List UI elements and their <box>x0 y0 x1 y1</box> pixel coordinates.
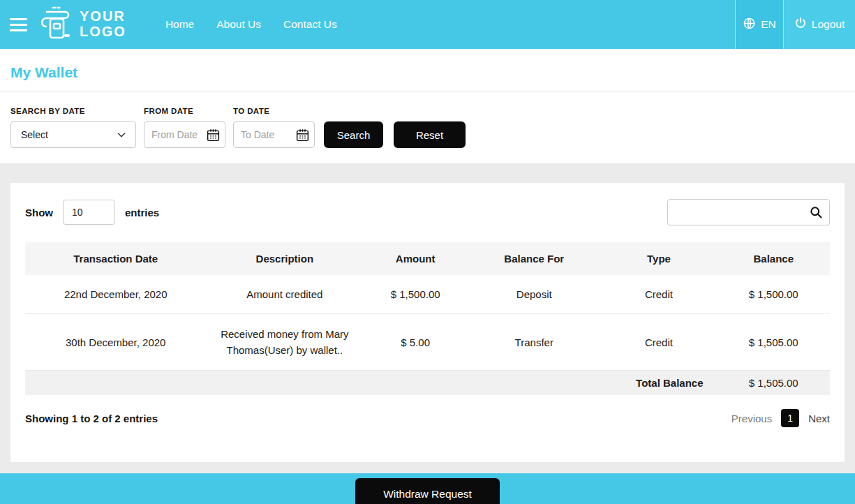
total-balance-value: $ 1,505.00 <box>718 371 830 396</box>
table-search <box>667 199 830 225</box>
withdraw-request-button[interactable]: Withdraw Request <box>355 478 500 504</box>
logout-button[interactable]: Logout <box>784 0 855 49</box>
nav-link-about-us[interactable]: About Us <box>216 18 261 31</box>
total-balance-row: Total Balance $ 1,505.00 <box>25 371 830 396</box>
logo-mark-icon <box>38 5 75 44</box>
col-amount: Amount <box>363 242 468 275</box>
search-by-date-label: SEARCH BY DATE <box>10 107 136 115</box>
cell-transaction-date: 30th December, 2020 <box>25 314 206 371</box>
to-date-group: TO DATE <box>233 107 315 148</box>
title-divider <box>0 91 855 91</box>
pagination: Previous 1 Next <box>731 409 830 427</box>
to-date-input[interactable] <box>233 121 315 148</box>
logout-label: Logout <box>812 18 845 31</box>
cell-balance-for: Transfer <box>468 314 600 371</box>
search-icon <box>809 205 823 219</box>
cell-description: Received money from Mary Thomas(User) by… <box>206 314 363 371</box>
cell-amount: $ 1,500.00 <box>363 275 468 314</box>
cell-description: Amount credited <box>206 275 363 314</box>
col-description: Description <box>206 242 363 275</box>
table-search-input[interactable] <box>667 199 830 225</box>
search-by-date-select[interactable]: Select <box>10 121 136 148</box>
entries-label: entries <box>125 207 159 218</box>
page-title: My Wallet <box>10 49 845 91</box>
hamburger-menu-icon[interactable] <box>6 14 34 36</box>
cell-transaction-date: 22nd December, 2020 <box>25 275 206 314</box>
footer-bar: Withdraw Request <box>0 473 855 504</box>
showing-entries-text: Showing 1 to 2 of 2 entries <box>25 413 158 424</box>
table-section: Show entries Transaction Date Descriptio… <box>0 163 855 473</box>
pagination-page-1[interactable]: 1 <box>781 409 799 427</box>
from-date-label: FROM DATE <box>144 107 225 115</box>
page-content: My Wallet SEARCH BY DATE Select FROM DAT… <box>0 49 855 163</box>
search-button[interactable]: Search <box>324 121 383 148</box>
total-balance-label: Total Balance <box>25 371 718 396</box>
navbar-left: YOUR LOGO <box>0 0 126 49</box>
from-date-group: FROM DATE <box>144 107 225 148</box>
search-by-date-group: SEARCH BY DATE Select <box>10 107 136 148</box>
filters-bar: SEARCH BY DATE Select FROM DATE T <box>10 107 845 163</box>
table-header-row: Transaction Date Description Amount Bala… <box>25 242 830 275</box>
transactions-table: Transaction Date Description Amount Bala… <box>25 242 830 395</box>
to-date-label: TO DATE <box>233 107 315 115</box>
top-navbar: YOUR LOGO Home About Us Contact Us EN Lo… <box>0 0 855 49</box>
power-icon <box>794 17 807 32</box>
logo-text: YOUR LOGO <box>80 9 126 39</box>
show-entries-control: Show entries <box>25 200 159 225</box>
col-transaction-date: Transaction Date <box>25 242 206 275</box>
table-footer: Showing 1 to 2 of 2 entries Previous 1 N… <box>25 409 830 427</box>
pagination-next[interactable]: Next <box>808 413 830 424</box>
globe-icon <box>743 17 756 33</box>
cell-balance: $ 1,500.00 <box>718 275 830 314</box>
col-type: Type <box>600 242 717 275</box>
table-row: 30th December, 2020 Received money from … <box>25 314 830 371</box>
cell-balance-for: Deposit <box>468 275 600 314</box>
nav-link-contact-us[interactable]: Contact Us <box>283 18 337 31</box>
language-selector[interactable]: EN <box>735 0 784 49</box>
col-balance-for: Balance For <box>468 242 600 275</box>
col-balance: Balance <box>718 242 830 275</box>
table-controls: Show entries <box>25 199 830 225</box>
entries-count-input[interactable] <box>63 200 115 225</box>
nav-links: Home About Us Contact Us <box>165 0 337 49</box>
cell-type: Credit <box>600 314 717 371</box>
nav-link-home[interactable]: Home <box>165 18 194 31</box>
reset-button[interactable]: Reset <box>394 121 466 148</box>
language-label: EN <box>761 18 776 31</box>
show-label: Show <box>25 207 53 218</box>
select-value: Select <box>21 129 48 140</box>
wallet-table-card: Show entries Transaction Date Descriptio… <box>10 183 845 462</box>
chevron-down-icon <box>116 129 127 140</box>
cell-balance: $ 1,505.00 <box>718 314 830 371</box>
cell-amount: $ 5.00 <box>363 314 468 371</box>
logo[interactable]: YOUR LOGO <box>38 5 126 44</box>
table-row: 22nd December, 2020 Amount credited $ 1,… <box>25 275 830 314</box>
pagination-previous[interactable]: Previous <box>731 413 772 424</box>
from-date-input[interactable] <box>144 121 225 148</box>
cell-type: Credit <box>600 275 717 314</box>
